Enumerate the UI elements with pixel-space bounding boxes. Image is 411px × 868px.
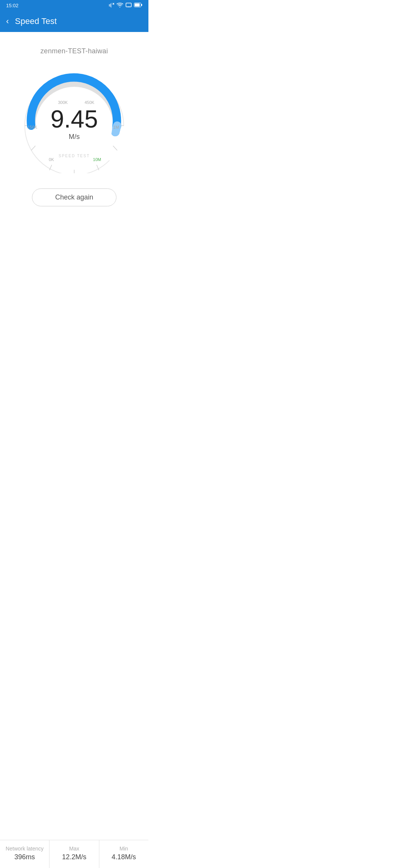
svg-text:0K: 0K <box>49 157 54 162</box>
svg-rect-7 <box>141 4 142 6</box>
speed-unit: M/s <box>69 133 80 141</box>
app-bar: ‹ Speed Test <box>0 11 148 32</box>
svg-text:1M: 1M <box>113 125 119 129</box>
svg-line-14 <box>113 146 117 150</box>
svg-text:SPEED TEST: SPEED TEST <box>59 154 90 158</box>
status-icons <box>108 2 142 9</box>
svg-text:300K: 300K <box>58 100 68 105</box>
status-bar: 15:02 <box>0 0 148 11</box>
mute-icon <box>108 2 114 9</box>
main-content: zenmen-TEST-haiwai <box>0 32 148 267</box>
screen-icon <box>126 3 132 8</box>
network-name: zenmen-TEST-haiwai <box>40 47 108 55</box>
svg-text:150K: 150K <box>27 125 37 129</box>
speed-value: 9.45 <box>51 107 98 131</box>
back-button[interactable]: ‹ <box>6 17 9 26</box>
svg-rect-3 <box>126 3 131 7</box>
svg-point-2 <box>119 7 120 8</box>
page-title: Speed Test <box>15 16 57 26</box>
speed-display: 9.45 M/s <box>51 107 98 141</box>
svg-line-10 <box>31 146 35 150</box>
svg-text:10M: 10M <box>93 157 101 162</box>
status-time: 15:02 <box>6 3 19 8</box>
battery-icon <box>134 3 142 8</box>
wifi-icon <box>116 2 123 9</box>
svg-rect-6 <box>135 3 140 6</box>
speedometer: 150K 0K 10M 1M 300K 450K SPEED TEST 9.45… <box>13 67 135 173</box>
svg-text:450K: 450K <box>84 100 94 105</box>
check-again-button[interactable]: Check again <box>32 188 116 206</box>
